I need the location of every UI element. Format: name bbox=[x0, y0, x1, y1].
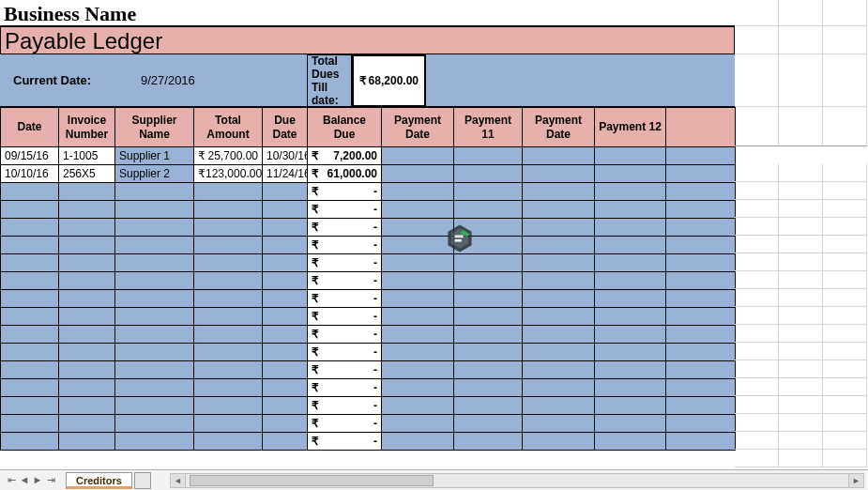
cell-empty[interactable] bbox=[59, 379, 115, 397]
cell-balance[interactable]: ₹- bbox=[308, 415, 382, 433]
cell-amount[interactable]: ₹123,000.00 bbox=[194, 165, 263, 183]
cell-empty[interactable] bbox=[263, 237, 308, 254]
cell-empty[interactable] bbox=[263, 433, 308, 451]
cell-empty[interactable] bbox=[1, 237, 59, 254]
cell-empty[interactable] bbox=[59, 219, 115, 237]
cell-empty[interactable] bbox=[59, 237, 115, 254]
cell-empty[interactable] bbox=[115, 361, 194, 379]
cell-payment[interactable] bbox=[595, 415, 666, 433]
cell-empty[interactable] bbox=[263, 326, 308, 344]
cell-empty[interactable] bbox=[194, 272, 263, 290]
cell-balance[interactable]: ₹- bbox=[308, 201, 382, 219]
cell-empty[interactable] bbox=[59, 433, 115, 451]
cell-empty[interactable] bbox=[115, 344, 194, 361]
cell-empty[interactable] bbox=[1, 201, 59, 219]
cell-payment[interactable] bbox=[454, 165, 523, 183]
cell-empty[interactable] bbox=[263, 219, 308, 237]
cell-payment[interactable] bbox=[595, 308, 666, 326]
header-due-date[interactable]: Due Date bbox=[263, 108, 308, 147]
cell-empty[interactable] bbox=[194, 290, 263, 308]
cell-empty[interactable] bbox=[263, 201, 308, 219]
cell-payment[interactable] bbox=[666, 290, 736, 308]
horizontal-scrollbar[interactable]: ◄ ► bbox=[170, 473, 864, 488]
header-payment-date-1[interactable]: Payment Date bbox=[382, 108, 454, 147]
cell-empty[interactable] bbox=[1, 415, 59, 433]
cell-payment[interactable] bbox=[382, 379, 454, 397]
cell-empty[interactable] bbox=[59, 397, 115, 415]
cell-payment[interactable] bbox=[454, 183, 523, 201]
cell-empty[interactable] bbox=[263, 397, 308, 415]
cell-empty[interactable] bbox=[194, 201, 263, 219]
cell-payment[interactable] bbox=[454, 433, 523, 451]
cell-payment[interactable] bbox=[382, 219, 454, 237]
header-extra[interactable] bbox=[666, 108, 736, 147]
cell-payment[interactable] bbox=[595, 361, 666, 379]
cell-empty[interactable] bbox=[263, 415, 308, 433]
cell-balance[interactable]: ₹- bbox=[308, 254, 382, 272]
header-invoice[interactable]: Invoice Number bbox=[59, 108, 115, 147]
cell-empty[interactable] bbox=[59, 254, 115, 272]
cell-empty[interactable] bbox=[263, 379, 308, 397]
cell-balance[interactable]: ₹- bbox=[308, 379, 382, 397]
cell-payment[interactable] bbox=[454, 272, 523, 290]
tab-last-icon[interactable]: ⇥ bbox=[45, 474, 56, 486]
cell-empty[interactable] bbox=[59, 361, 115, 379]
cell-payment[interactable] bbox=[382, 344, 454, 361]
cell-payment[interactable] bbox=[523, 290, 595, 308]
cell-empty[interactable] bbox=[115, 290, 194, 308]
cell-payment[interactable] bbox=[666, 237, 736, 254]
cell-empty[interactable] bbox=[194, 183, 263, 201]
cell-balance[interactable]: ₹- bbox=[308, 326, 382, 344]
cell-payment[interactable] bbox=[595, 183, 666, 201]
cell-empty[interactable] bbox=[115, 326, 194, 344]
cell-date[interactable]: 09/15/16 bbox=[1, 147, 59, 165]
cell-payment[interactable] bbox=[595, 237, 666, 254]
ledger-table[interactable]: Date Invoice Number Supplier Name Total … bbox=[0, 107, 736, 451]
header-date[interactable]: Date bbox=[1, 108, 59, 147]
cell-supplier[interactable]: Supplier 1 bbox=[115, 147, 194, 165]
cell-payment[interactable] bbox=[595, 201, 666, 219]
cell-payment[interactable] bbox=[382, 326, 454, 344]
cell-payment[interactable] bbox=[523, 433, 595, 451]
scroll-left-icon[interactable]: ◄ bbox=[171, 474, 186, 487]
cell-empty[interactable] bbox=[59, 326, 115, 344]
cell-payment[interactable] bbox=[454, 397, 523, 415]
cell-payment[interactable] bbox=[523, 183, 595, 201]
cell-balance[interactable]: ₹- bbox=[308, 290, 382, 308]
cell-payment[interactable] bbox=[666, 254, 736, 272]
cell-payment[interactable] bbox=[454, 308, 523, 326]
cell-empty[interactable] bbox=[263, 272, 308, 290]
cell-due-date[interactable]: 11/24/16 bbox=[263, 165, 308, 183]
cell-invoice[interactable]: 256X5 bbox=[59, 165, 115, 183]
cell-empty[interactable] bbox=[1, 308, 59, 326]
cell-balance[interactable]: ₹- bbox=[308, 433, 382, 451]
cell-payment[interactable] bbox=[454, 415, 523, 433]
cell-payment[interactable] bbox=[523, 361, 595, 379]
tab-next-icon[interactable]: ► bbox=[32, 474, 43, 486]
cell-balance[interactable]: ₹- bbox=[308, 183, 382, 201]
cell-payment[interactable] bbox=[595, 344, 666, 361]
cell-payment[interactable] bbox=[595, 219, 666, 237]
cell-empty[interactable] bbox=[115, 254, 194, 272]
cell-empty[interactable] bbox=[115, 433, 194, 451]
cell-payment[interactable] bbox=[595, 433, 666, 451]
cell-empty[interactable] bbox=[115, 272, 194, 290]
cell-empty[interactable] bbox=[59, 201, 115, 219]
cell-empty[interactable] bbox=[115, 397, 194, 415]
cell-payment[interactable] bbox=[382, 201, 454, 219]
cell-payment[interactable] bbox=[523, 415, 595, 433]
cell-empty[interactable] bbox=[263, 183, 308, 201]
cell-empty[interactable] bbox=[194, 433, 263, 451]
cell-empty[interactable] bbox=[263, 361, 308, 379]
cell-payment[interactable] bbox=[382, 415, 454, 433]
tab-first-icon[interactable]: ⇤ bbox=[6, 474, 17, 486]
cell-payment[interactable] bbox=[666, 397, 736, 415]
cell-payment[interactable] bbox=[666, 183, 736, 201]
cell-empty[interactable] bbox=[194, 326, 263, 344]
cell-payment[interactable] bbox=[666, 165, 736, 183]
cell-payment[interactable] bbox=[454, 147, 523, 165]
cell-payment[interactable] bbox=[523, 219, 595, 237]
cell-payment[interactable] bbox=[666, 326, 736, 344]
cell-payment[interactable] bbox=[666, 379, 736, 397]
cell-empty[interactable] bbox=[263, 254, 308, 272]
